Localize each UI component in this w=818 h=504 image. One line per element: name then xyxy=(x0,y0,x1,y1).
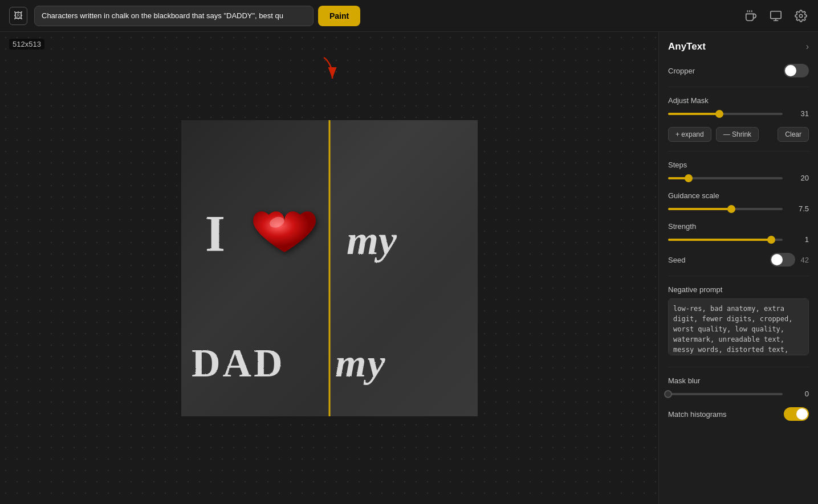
topbar: 🖼 Paint xyxy=(0,0,818,32)
app-icon: 🖼 xyxy=(9,7,27,25)
seed-row: Seed 42 xyxy=(668,253,809,267)
guidance-value: 7.5 xyxy=(788,204,809,213)
app-icon-symbol: 🖼 xyxy=(14,11,23,21)
arrow-annotation xyxy=(295,55,352,91)
strength-fill xyxy=(668,239,771,241)
guidance-thumb[interactable] xyxy=(727,205,735,213)
cup-icon[interactable] xyxy=(743,8,759,24)
mask-blur-thumb[interactable] xyxy=(664,390,672,398)
strength-thumb[interactable] xyxy=(767,236,775,244)
main-image: I xyxy=(181,120,478,416)
sidebar: AnyText › Cropper Adjust Mask 31 xyxy=(658,32,818,504)
negative-prompt-textarea[interactable]: low-res, bad anatomy, extra digit, fewer… xyxy=(668,298,809,355)
shrink-button[interactable]: — Shrink xyxy=(716,127,759,142)
cropper-toggle[interactable] xyxy=(784,64,809,77)
guidance-slider-row: 7.5 xyxy=(668,204,809,213)
steps-fill xyxy=(668,177,689,179)
seed-label: Seed xyxy=(668,256,685,264)
image-wrapper: I xyxy=(181,120,478,416)
strength-section: Strength 1 xyxy=(668,222,809,244)
cropper-row: Cropper xyxy=(668,64,809,77)
sidebar-header: AnyText › xyxy=(668,41,809,52)
prompt-input[interactable] xyxy=(34,6,314,26)
guidance-section: Guidance scale 7.5 xyxy=(668,191,809,213)
steps-track[interactable] xyxy=(668,177,783,179)
main: 512x513 xyxy=(0,32,818,504)
guidance-track[interactable] xyxy=(668,208,783,210)
negative-prompt-label: Negative prompt xyxy=(668,285,809,294)
match-histograms-row: Match histograms xyxy=(668,407,809,421)
seed-value: 42 xyxy=(801,256,809,264)
sidebar-chevron-icon[interactable]: › xyxy=(806,42,809,52)
svg-text:my: my xyxy=(347,218,397,263)
svg-rect-3 xyxy=(771,11,781,18)
mask-blur-track[interactable] xyxy=(668,393,783,395)
negative-prompt-section: Negative prompt low-res, bad anatomy, ex… xyxy=(668,285,809,358)
monitor-icon[interactable] xyxy=(768,8,784,24)
match-histograms-toggle[interactable] xyxy=(784,407,809,421)
image-size-label: 512x513 xyxy=(9,39,44,50)
paint-button[interactable]: Paint xyxy=(318,6,360,26)
mask-blur-value: 0 xyxy=(788,390,809,398)
strength-label: Strength xyxy=(668,222,809,231)
mask-blur-label: Mask blur xyxy=(668,376,809,385)
mask-blur-section: Mask blur 0 xyxy=(668,376,809,398)
mask-actions: + expand — Shrink Clear xyxy=(668,127,809,142)
divider-4 xyxy=(668,367,809,367)
svg-text:my: my xyxy=(335,341,386,385)
adjust-mask-track[interactable] xyxy=(668,113,783,115)
guidance-fill xyxy=(668,208,731,210)
divider-2 xyxy=(668,151,809,151)
seed-toggle[interactable] xyxy=(770,253,795,267)
prompt-input-container: Paint xyxy=(34,6,360,26)
clear-button[interactable]: Clear xyxy=(778,127,809,142)
adjust-mask-thumb[interactable] xyxy=(715,110,723,118)
steps-slider-row: 20 xyxy=(668,174,809,182)
sidebar-title: AnyText xyxy=(668,41,706,52)
divider-3 xyxy=(668,276,809,276)
strength-value: 1 xyxy=(788,235,809,244)
svg-point-6 xyxy=(799,14,803,18)
guidance-label: Guidance scale xyxy=(668,191,809,200)
steps-value: 20 xyxy=(788,174,809,182)
canvas-area[interactable]: 512x513 xyxy=(0,32,658,504)
topbar-right xyxy=(743,8,809,24)
settings-icon[interactable] xyxy=(793,8,809,24)
svg-text:DAD: DAD xyxy=(192,341,285,385)
divider-1 xyxy=(668,87,809,87)
adjust-mask-section: Adjust Mask 31 xyxy=(668,96,809,118)
steps-thumb[interactable] xyxy=(685,174,693,182)
match-histograms-label: Match histograms xyxy=(668,410,727,419)
strength-slider-row: 1 xyxy=(668,235,809,244)
expand-button[interactable]: + expand xyxy=(668,127,711,142)
svg-text:I: I xyxy=(205,206,226,262)
adjust-mask-value: 31 xyxy=(788,109,809,118)
steps-label: Steps xyxy=(668,161,809,169)
adjust-mask-slider-row: 31 xyxy=(668,109,809,118)
adjust-mask-label: Adjust Mask xyxy=(668,96,809,105)
mask-blur-slider-row: 0 xyxy=(668,390,809,398)
steps-section: Steps 20 xyxy=(668,161,809,182)
adjust-mask-fill xyxy=(668,113,719,115)
topbar-left: 🖼 Paint xyxy=(9,6,360,26)
cropper-label: Cropper xyxy=(668,67,695,75)
strength-track[interactable] xyxy=(668,239,783,241)
seed-right: 42 xyxy=(770,253,809,267)
